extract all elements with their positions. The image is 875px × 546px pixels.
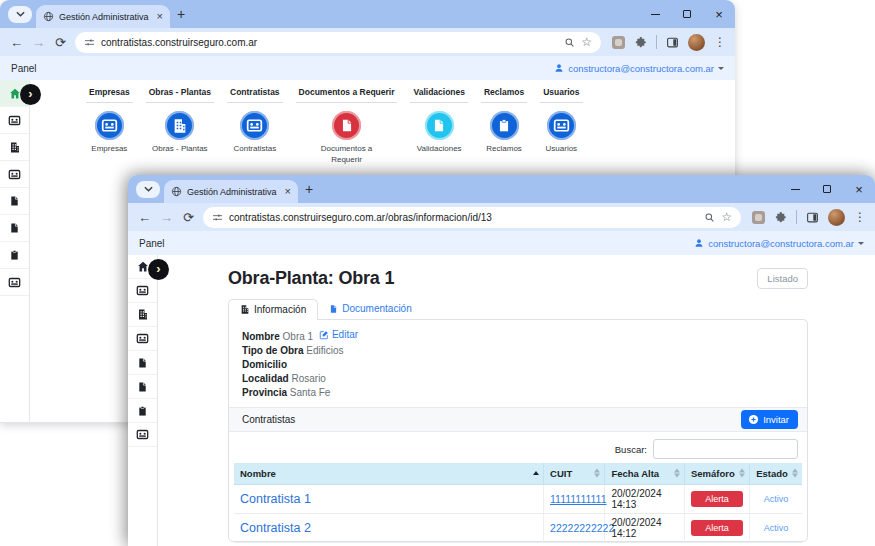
shortcut-empresas: Empresas Empresas <box>86 87 133 166</box>
tab-informacion[interactable]: Información <box>228 299 318 320</box>
side-panel-icon[interactable] <box>666 36 679 49</box>
documentos-circle-button[interactable] <box>332 111 361 140</box>
extensions-puzzle-icon[interactable] <box>774 211 787 224</box>
semaforo-badge[interactable]: Alerta <box>691 491 743 507</box>
cuit-link[interactable]: 22222222222 <box>550 522 614 534</box>
contratista-link[interactable]: Contratista 2 <box>240 521 311 535</box>
contratistas-circle-button[interactable] <box>240 111 269 140</box>
browser-tab[interactable]: Gestión Administrativa × <box>36 5 170 28</box>
sidebar-item-validaciones[interactable] <box>0 215 29 242</box>
sidebar-expand-button[interactable]: › <box>20 84 41 105</box>
obras-circle-button[interactable] <box>165 111 194 140</box>
sidebar-item-documentos[interactable] <box>0 188 29 215</box>
sort-icon[interactable] <box>792 469 798 478</box>
col-nombre[interactable]: Nombre <box>234 463 544 484</box>
account-menu[interactable]: constructora@constructora.com.ar <box>694 238 864 249</box>
browser-menu-icon[interactable]: ⋮ <box>714 35 726 49</box>
sidebar-item-contratistas[interactable] <box>128 327 157 351</box>
sidebar-item-usuarios[interactable] <box>0 269 29 296</box>
sidebar-item-validaciones[interactable] <box>128 375 157 399</box>
sidebar-item-obras[interactable] <box>0 134 29 161</box>
nav-label-usuarios[interactable]: Usuarios <box>540 87 582 103</box>
sidebar-item-contratistas[interactable] <box>0 161 29 188</box>
maximize-button[interactable] <box>681 8 693 20</box>
table-header-row: Nombre CUIT Fecha Alta Semáforo Estado <box>234 463 802 484</box>
semaforo-badge[interactable]: Alerta <box>691 520 743 536</box>
usuarios-circle-button[interactable] <box>547 111 576 140</box>
nav-label-documentos[interactable]: Documentos a Requerir <box>296 87 398 103</box>
sidebar-expand-button[interactable]: › <box>148 259 169 280</box>
estado-link[interactable]: Activo <box>756 494 796 504</box>
address-bar[interactable]: contratistas.construirseguro.com.ar/obra… <box>203 207 741 228</box>
contratistas-table: Nombre CUIT Fecha Alta Semáforo Estado C… <box>234 463 802 543</box>
sidebar-item-empresas[interactable] <box>128 279 157 303</box>
forward-arrow-icon[interactable]: → <box>159 211 174 224</box>
bookmark-star-icon[interactable]: ☆ <box>581 36 592 48</box>
search-input[interactable] <box>653 439 798 459</box>
search-icon[interactable] <box>564 37 575 48</box>
close-button[interactable]: × <box>853 183 865 195</box>
side-panel-icon[interactable] <box>806 211 819 224</box>
reload-icon[interactable]: ⟳ <box>53 36 68 49</box>
extension-favicon-icon[interactable] <box>612 36 625 49</box>
sidebar-item-obras[interactable] <box>128 303 157 327</box>
extension-favicon-icon[interactable] <box>752 211 765 224</box>
tab-documentacion[interactable]: Documentación <box>318 299 422 319</box>
minimize-button[interactable] <box>649 8 661 20</box>
editar-link[interactable]: Editar <box>319 328 358 342</box>
browser-tab[interactable]: Gestión Administrativa × <box>164 180 298 203</box>
nav-label-validaciones[interactable]: Validaciones <box>410 87 468 103</box>
tab-close-icon[interactable]: × <box>157 11 163 22</box>
sidebar-item-documentos[interactable] <box>128 351 157 375</box>
new-tab-button[interactable]: + <box>298 181 320 197</box>
tab-search-caret-button[interactable] <box>8 6 32 23</box>
nav-label-contratistas[interactable]: Contratistas <box>227 87 283 103</box>
sort-icon[interactable] <box>533 471 539 475</box>
estado-link[interactable]: Activo <box>756 523 796 533</box>
search-icon[interactable] <box>704 212 715 223</box>
listado-button[interactable]: Listado <box>757 268 808 289</box>
profile-avatar[interactable] <box>828 209 845 226</box>
close-button[interactable]: × <box>713 8 725 20</box>
sort-icon[interactable] <box>739 469 745 478</box>
col-fecha-alta[interactable]: Fecha Alta <box>605 463 685 484</box>
validaciones-circle-button[interactable] <box>425 111 454 140</box>
sort-icon[interactable] <box>594 469 600 478</box>
extensions-puzzle-icon[interactable] <box>634 36 647 49</box>
nav-label-obras[interactable]: Obras - Plantas <box>146 87 214 103</box>
back-arrow-icon[interactable]: ← <box>9 36 24 49</box>
invitar-button[interactable]: Invitar <box>741 410 798 429</box>
browser-menu-icon[interactable]: ⋮ <box>854 210 866 224</box>
minimize-button[interactable] <box>789 183 801 195</box>
people-card-icon <box>246 117 263 134</box>
sidebar-item-reclamos[interactable] <box>0 242 29 269</box>
tab-close-icon[interactable]: × <box>285 186 291 197</box>
contratista-link[interactable]: Contratista 1 <box>240 492 311 506</box>
sidebar-item-usuarios[interactable] <box>128 423 157 447</box>
forward-arrow-icon[interactable]: → <box>31 36 46 49</box>
new-tab-button[interactable]: + <box>170 6 192 22</box>
reclamos-circle-button[interactable] <box>490 111 519 140</box>
col-semaforo[interactable]: Semáforo <box>684 463 749 484</box>
panel-brand[interactable]: Panel <box>11 63 37 74</box>
nav-label-reclamos[interactable]: Reclamos <box>481 87 527 103</box>
reload-icon[interactable]: ⟳ <box>181 211 196 224</box>
sidebar-item-reclamos[interactable] <box>128 399 157 423</box>
profile-avatar[interactable] <box>688 34 705 51</box>
panel-brand[interactable]: Panel <box>139 238 165 249</box>
account-menu[interactable]: constructora@constructora.com.ar <box>554 63 724 74</box>
cuit-link[interactable]: 11111111111 <box>550 493 606 505</box>
front-sidebar <box>128 255 158 546</box>
sort-icon[interactable] <box>674 469 680 478</box>
empresas-circle-button[interactable] <box>95 111 124 140</box>
col-cuit[interactable]: CUIT <box>544 463 605 484</box>
maximize-button[interactable] <box>821 183 833 195</box>
col-estado[interactable]: Estado <box>750 463 802 484</box>
obra-page: Obra-Planta: Obra 1 Listado Información … <box>228 255 808 542</box>
sidebar-item-empresas[interactable] <box>0 107 29 134</box>
back-arrow-icon[interactable]: ← <box>137 211 152 224</box>
address-bar[interactable]: contratistas.construirseguro.com.ar ☆ <box>75 32 601 53</box>
bookmark-star-icon[interactable]: ☆ <box>721 211 732 223</box>
tab-search-caret-button[interactable] <box>136 181 160 198</box>
nav-label-empresas[interactable]: Empresas <box>86 87 133 103</box>
